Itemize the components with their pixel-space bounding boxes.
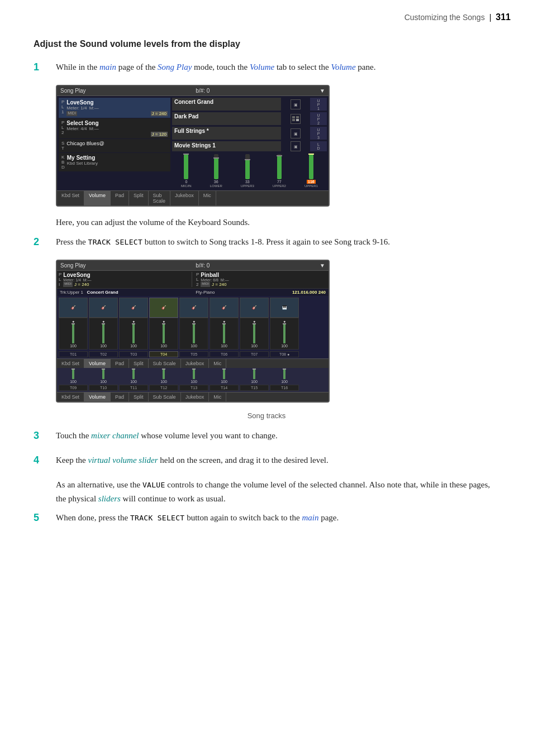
step-1-text: While in the main page of the Song Play …	[56, 60, 499, 74]
tab2-split[interactable]: Split	[129, 359, 149, 368]
step-4-text: Keep the virtual volume slider held on t…	[56, 453, 499, 467]
tab3-split[interactable]: Split	[129, 393, 149, 401]
device-header-2: Song Play b/#: 0 ▼	[57, 261, 329, 271]
device-header-1: Song Play b/#: 0 ▼	[57, 86, 329, 96]
device-screenshot-1: Song Play b/#: 0 ▼ PL1 LoveSong Meter: 1…	[56, 85, 330, 207]
term-value: VALUE	[142, 481, 165, 489]
device2-arrow: ▼	[320, 262, 325, 269]
step-3-number: 3	[34, 430, 56, 442]
main-content: Adjust the Sound volume levels from the …	[0, 0, 533, 558]
para-step4: As an alternative, use the VALUE control…	[56, 478, 499, 506]
device-bpm-1: b/#: 0	[196, 88, 210, 94]
tab3-volume[interactable]: Volume	[84, 393, 111, 401]
track-list-1: PL1 LoveSong Meter: 1/4 M:— MIDI J = 240	[59, 98, 170, 189]
term-main: main	[99, 63, 116, 71]
step-4: 4 Keep the virtual volume slider held on…	[34, 453, 499, 467]
tab2-mic[interactable]: Mic	[209, 359, 226, 368]
tab-kbdset[interactable]: Kbd Set	[57, 191, 84, 205]
step-1: 1 While in the main page of the Song Pla…	[34, 60, 499, 74]
songs-header-row: PLI LoveSong Meter: 1/4 M:— MIDI J = 240…	[57, 271, 329, 289]
figure-caption: Song tracks	[34, 412, 499, 420]
track-icons-row-1: 🎸 🎸 🎸 🎸 🎸 🎸 🎸 🎹	[57, 296, 329, 318]
term-volume: Volume	[250, 63, 274, 71]
tab-pad[interactable]: Pad	[111, 191, 129, 205]
term-trackselect-1: TRACK SELECT	[88, 238, 143, 246]
track-info-bar: Trk:Upper 1 Concert Grand Fty-Piano 121.…	[57, 289, 329, 296]
track-mysetting: KBD My Setting Kbd Set Library	[59, 153, 170, 171]
track-chicagoblues: ST Chicago Blues@	[59, 139, 170, 152]
tab-volume[interactable]: Volume	[84, 191, 111, 205]
tab-split[interactable]: Split	[129, 191, 149, 205]
device-screenshot-2: Song Play b/#: 0 ▼ PLI LoveSong Meter: 1…	[56, 260, 330, 403]
tab2-subscale[interactable]: Sub Scale	[149, 359, 181, 368]
track-labels-row-2: T09 T10 T11 T12 T13 T14 T15 T16	[57, 385, 329, 392]
separator: |	[489, 13, 492, 22]
step-3-text: Touch the mixer channel whose volume lev…	[56, 429, 499, 442]
track-lovesong: PL1 LoveSong Meter: 1/4 M:— MIDI J = 240	[59, 98, 170, 118]
tab-jukebox[interactable]: Jukebox	[170, 191, 199, 205]
term-mixer-channel: mixer channel	[91, 431, 139, 440]
step-3: 3 Touch the mixer channel whose volume l…	[34, 429, 499, 442]
tab3-kbdset[interactable]: Kbd Set	[57, 393, 84, 401]
track-vol-row-2: 100 100 100 10	[57, 368, 329, 385]
tabs-bar-bottom[interactable]: Kbd Set Volume Pad Split Sub Scale Jukeb…	[57, 392, 329, 401]
term-songplay: Song Play	[158, 63, 192, 71]
step-1-number: 1	[34, 61, 56, 73]
step-5: 5 When done, press the TRACK SELECT butt…	[34, 511, 499, 524]
step-2-text: Press the TRACK SELECT button to switch …	[56, 235, 499, 248]
term-main-2: main	[302, 513, 318, 522]
device-arrow-icon: ▼	[320, 88, 325, 94]
tab3-jukebox[interactable]: Jukebox	[181, 393, 210, 401]
section-heading: Adjust the Sound volume levels from the …	[34, 39, 499, 49]
tab-mic[interactable]: Mic	[199, 191, 216, 205]
track-selectsong: PL2 Select Song Meter: 4/4 M:— J = 120	[59, 118, 170, 138]
tabs-bar-top[interactable]: Kbd Set Volume Pad Split Sub Scale Jukeb…	[57, 358, 329, 368]
tab2-jukebox[interactable]: Jukebox	[181, 359, 210, 368]
page-header: Customizing the Songs | 311	[404, 12, 511, 22]
tab-subscale[interactable]: SubScale	[149, 191, 171, 205]
para-step1: Here, you can adjust the volume of the K…	[56, 216, 499, 229]
step-2-number: 2	[34, 236, 56, 248]
tabs-bar-1[interactable]: Kbd Set Volume Pad Split SubScale Jukebo…	[57, 190, 329, 205]
term-sliders: sliders	[98, 494, 121, 503]
step-2: 2 Press the TRACK SELECT button to switc…	[34, 235, 499, 248]
device2-title: Song Play	[60, 262, 86, 269]
tab2-kbdset[interactable]: Kbd Set	[57, 359, 84, 368]
step-5-text: When done, press the TRACK SELECT button…	[56, 511, 499, 524]
tab2-pad[interactable]: Pad	[111, 359, 129, 368]
sounds-section: Concert Grand ▣ UP1 Dark Pad UP2	[172, 98, 327, 189]
term-virtual-slider: virtual volume slider	[88, 456, 158, 465]
track-fader-row-1: ● 100 ● 100 ●	[57, 318, 329, 351]
tab3-mic[interactable]: Mic	[209, 393, 226, 401]
term-trackselect-2: TRACK SELECT	[130, 514, 185, 522]
step-5-number: 5	[34, 512, 56, 524]
device2-bpm: b/#: 0	[196, 262, 210, 269]
device-title-1: Song Play	[60, 88, 86, 94]
track-labels-row-1: T01 T02 T03 T04 T05 T06 T07 T08 ●	[57, 351, 329, 358]
tab3-pad[interactable]: Pad	[111, 393, 129, 401]
tab2-volume[interactable]: Volume	[84, 359, 111, 368]
fader-t01: ● 100	[59, 318, 88, 350]
page-section-title: Customizing the Songs	[404, 13, 485, 22]
step-4-number: 4	[34, 454, 56, 466]
page-number: 311	[496, 12, 511, 22]
mixer-1: 0 MIC/IN 36 LOWER	[172, 153, 327, 189]
tab3-subscale[interactable]: Sub Scale	[149, 393, 181, 401]
term-volume2: Volume	[331, 63, 355, 71]
